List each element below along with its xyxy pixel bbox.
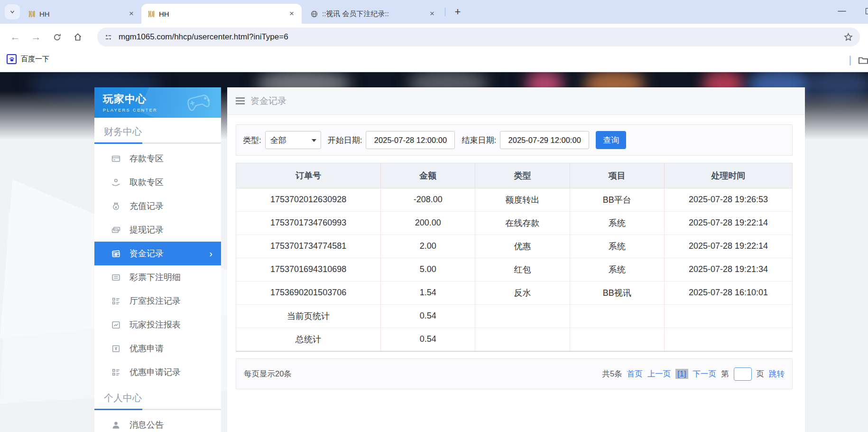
- tab-close-icon[interactable]: ×: [286, 9, 297, 19]
- tab-hh-2-active[interactable]: HH ×: [141, 4, 302, 24]
- sidebar-item-messages[interactable]: 消息公告: [94, 413, 221, 432]
- amount-cell: 200.00: [381, 211, 475, 235]
- sidebar-item-promo-apply[interactable]: 优惠申请: [94, 337, 221, 360]
- bookmarks-separator: [850, 56, 851, 66]
- forward-button[interactable]: →: [28, 29, 44, 45]
- home-icon: [73, 32, 83, 42]
- type-cell: 在线存款: [475, 211, 570, 235]
- time-cell: 2025-07-28 19:21:34: [664, 258, 792, 281]
- funds-note-icon: [111, 248, 121, 259]
- type-cell: 红包: [475, 258, 570, 281]
- bookmarks-bar: 百度一下: [0, 50, 868, 71]
- sidebar-item-label: 充值记录: [129, 200, 164, 212]
- pagination-controls: 共5条 首页 上一页 [1] 下一页 第 页 跳转: [602, 367, 785, 381]
- grid-list-icon: [111, 367, 121, 377]
- jump-button[interactable]: 跳转: [769, 369, 785, 379]
- type-select[interactable]: 全部: [265, 131, 321, 149]
- main-panel: 资金记录 类型: 全部 开始日期: 结束日期: 查询 订单号金额类型项目处理时间…: [227, 87, 805, 432]
- bookmark-baidu[interactable]: 百度一下: [7, 54, 49, 64]
- end-date-input[interactable]: [500, 131, 589, 149]
- type-cell: 额度转出: [475, 188, 570, 211]
- sidebar-item-label: 取款专区: [129, 177, 164, 188]
- recharge-bag-icon: [111, 201, 121, 211]
- search-button[interactable]: 查询: [596, 131, 626, 149]
- time-cell: 2025-07-28 19:22:14: [664, 235, 792, 258]
- prev-page-link[interactable]: 上一页: [647, 369, 671, 379]
- current-page-badge: [1]: [675, 369, 688, 379]
- sidebar-item-label: 优惠申请: [129, 343, 164, 354]
- tab-video-bets[interactable]: ::视讯 会员下注纪录:: ×: [305, 4, 442, 24]
- tab-close-icon[interactable]: ×: [126, 9, 137, 19]
- tab-search-button[interactable]: [5, 4, 20, 19]
- cash-notes-icon: [111, 225, 121, 235]
- back-button[interactable]: ←: [8, 29, 23, 45]
- sidebar-item-deposit-zone[interactable]: 存款专区: [94, 147, 221, 170]
- ticket-yen-icon: [111, 343, 121, 354]
- window-minimize-button[interactable]: —: [831, 0, 853, 22]
- project-cell: [570, 304, 664, 328]
- new-tab-button[interactable]: +: [451, 5, 465, 19]
- project-cell: BB视讯: [570, 281, 664, 304]
- page-title: 资金记录: [250, 95, 286, 107]
- sidebar-item-label: 厅室投注记录: [129, 295, 181, 307]
- window-maximize-button[interactable]: [858, 0, 868, 22]
- browser-toolbar: ← → mgm1065.com/hhcp/usercenter.html?ini…: [0, 24, 868, 50]
- amount-cell: 1.54: [381, 281, 475, 304]
- person-icon: [111, 420, 121, 430]
- type-select-value: 全部: [270, 135, 286, 146]
- site-logo-gold-icon: [147, 10, 155, 18]
- summary-row: 总统计0.54: [236, 328, 792, 351]
- section-underline: [94, 409, 221, 410]
- type-cell: [475, 304, 570, 328]
- sidebar-item-lottery-bet-details[interactable]: 彩票下注明细: [94, 265, 221, 289]
- first-page-link[interactable]: 首页: [627, 369, 643, 379]
- sidebar-item-player-bet-report[interactable]: 玩家投注报表: [94, 313, 221, 337]
- home-button[interactable]: [70, 29, 85, 45]
- sidebar-item-promo-apply-records[interactable]: 优惠申请记录: [94, 360, 221, 384]
- next-page-link[interactable]: 下一页: [693, 369, 717, 379]
- pagination-bar: 每页显示20条 共5条 首页 上一页 [1] 下一页 第 页 跳转: [236, 358, 793, 389]
- funds-table-wrapper: 订单号金额类型项目处理时间 1753702012630928-208.00额度转…: [236, 163, 793, 352]
- order-id-cell: 总统计: [236, 328, 381, 351]
- chevron-right-icon: ›: [209, 248, 212, 259]
- bookmarks-folder-icon[interactable]: [858, 55, 868, 66]
- column-header-type: 类型: [475, 163, 570, 188]
- tab-title: HH: [159, 10, 283, 18]
- type-cell: 反水: [475, 281, 570, 304]
- start-date-input[interactable]: [366, 131, 455, 149]
- type-label: 类型:: [243, 135, 261, 146]
- menu-hamburger-icon[interactable]: [236, 97, 245, 104]
- table-row: 1753701734760993200.00在线存款系统2025-07-28 1…: [236, 211, 792, 235]
- reload-button[interactable]: [49, 29, 65, 45]
- project-cell: 系统: [570, 258, 664, 281]
- address-bar[interactable]: mgm1065.com/hhcp/usercenter.html?iniType…: [97, 28, 860, 47]
- jump-page-input[interactable]: [734, 367, 752, 381]
- column-header-order-id: 订单号: [236, 163, 381, 188]
- sidebar-item-hall-bet-records[interactable]: 厅室投注记录: [94, 289, 221, 313]
- chevron-down-icon: [312, 139, 316, 142]
- gamepad-icon: [183, 92, 216, 114]
- list-lines-icon: [111, 272, 121, 282]
- tab-title: HH: [39, 10, 122, 18]
- sidebar-item-withdraw-zone[interactable]: 取款专区: [94, 170, 221, 194]
- column-header-amount: 金额: [381, 163, 475, 188]
- sidebar-item-label: 消息公告: [129, 419, 164, 431]
- tab-divider: [445, 8, 445, 16]
- tab-close-icon[interactable]: ×: [427, 9, 437, 19]
- bookmark-star-icon[interactable]: [843, 32, 853, 42]
- sidebar-brand: 玩家中心 PLAYERS CENTER: [94, 87, 221, 118]
- tab-hh-1[interactable]: HH ×: [22, 4, 141, 24]
- tab-strip: HH × HH × ::视讯 会员下注纪录:: × + —: [0, 0, 868, 24]
- site-settings-icon[interactable]: [104, 33, 113, 42]
- sidebar-section-title-2: 个人中心: [94, 384, 221, 409]
- type-cell: [475, 328, 570, 351]
- sidebar-item-recharge-records[interactable]: 充值记录: [94, 194, 221, 218]
- order-id-cell: 1753702012630928: [236, 188, 381, 211]
- sidebar-item-funds-records[interactable]: 资金记录›: [94, 242, 221, 265]
- jump-suffix-text: 页: [757, 369, 765, 379]
- table-row: 17537017347745812.00优惠系统2025-07-28 19:22…: [236, 235, 792, 258]
- order-id-cell: 1753701694310698: [236, 258, 381, 281]
- page-background: 玩家中心 PLAYERS CENTER 财务中心存款专区取款专区充值记录提现记录…: [0, 71, 868, 432]
- globe-icon: [310, 10, 318, 18]
- sidebar-item-withdrawal-records[interactable]: 提现记录: [94, 218, 221, 242]
